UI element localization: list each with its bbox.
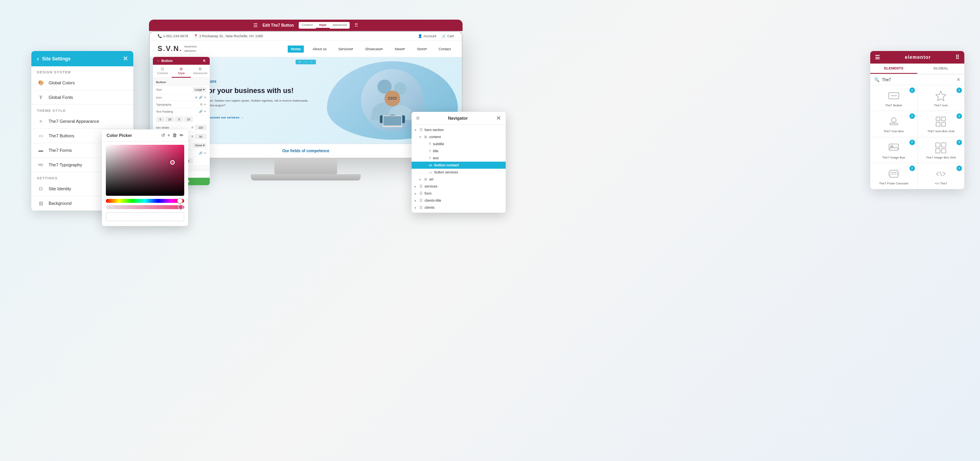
nav-services[interactable]: Services xyxy=(335,46,357,53)
link-padding-icon[interactable]: 🔗 xyxy=(199,110,203,113)
trash-icon[interactable]: ✕ xyxy=(204,96,207,99)
code-icon xyxy=(934,168,948,180)
edit-padding-icon[interactable]: ✏ xyxy=(204,110,207,113)
nav-hero-section[interactable]: ☰ hero section xyxy=(412,126,506,133)
general-appearance-item[interactable]: ≡ The7 General Appearance xyxy=(31,114,133,129)
btn-tab-style[interactable]: ⊘ Style xyxy=(172,65,191,78)
the7-icon-box-element[interactable]: 7 The7 Icon Box xyxy=(870,111,917,137)
cart-item[interactable]: 🛒 Cart xyxy=(442,34,454,38)
hero-edit-bar[interactable]: ✏ ↔ ⋮ xyxy=(296,60,316,64)
topbar-right: 👤 Account 🛒 Cart xyxy=(418,34,454,38)
general-appearance-label: The7 General Appearance xyxy=(49,119,99,124)
content-arrow xyxy=(419,135,424,139)
grid-icon[interactable]: ⠿ xyxy=(354,22,358,28)
elements-tab[interactable]: ELEMENTS xyxy=(870,64,917,74)
nav-showcase[interactable]: Showcase xyxy=(362,46,386,53)
account-item[interactable]: 👤 Account xyxy=(418,34,436,38)
tab-advanced[interactable]: Advanced xyxy=(330,22,350,29)
padding-right[interactable] xyxy=(165,117,174,122)
alpha-slider[interactable] xyxy=(106,205,184,209)
color-gradient[interactable] xyxy=(106,145,184,196)
tab-content[interactable]: Content xyxy=(299,22,316,29)
search-clear-icon[interactable]: ✕ xyxy=(956,77,960,82)
btn-section-title: Button xyxy=(153,78,210,86)
panel-close-button[interactable]: ✕ xyxy=(123,55,128,62)
right-panel-grid-icon[interactable]: ⠿ xyxy=(955,54,960,60)
the7-posts-carousel-element[interactable]: 7 The7 Posts Carousel xyxy=(870,163,917,189)
forms-label: The7 Forms xyxy=(49,148,72,153)
link-radius-icon[interactable]: 🔗 xyxy=(199,151,203,155)
the7-code-element[interactable]: 7 </> The7 xyxy=(918,163,965,189)
tab-style[interactable]: Style xyxy=(316,22,330,29)
panel-back-button[interactable]: ‹ xyxy=(37,55,39,62)
toolbar-tabs: Content Style Advanced xyxy=(299,22,350,29)
nav-services-section[interactable]: ☰ services xyxy=(412,183,506,190)
nav-art[interactable]: ⊞ art xyxy=(412,176,506,183)
global-tab[interactable]: GLOBAL xyxy=(917,64,964,74)
nav-clients[interactable]: ☰ clients xyxy=(412,204,506,211)
media-icon[interactable]: ⊕ xyxy=(195,96,198,99)
delete-icon[interactable]: 🗑 xyxy=(172,133,177,138)
icon-label: Icon xyxy=(156,96,162,99)
image-box-label: The7 Image Box xyxy=(882,156,905,160)
nav-text[interactable]: T text xyxy=(412,155,506,162)
padding-controls: 🔗 ✏ xyxy=(199,110,207,113)
padding-top[interactable] xyxy=(156,117,165,122)
site-logo[interactable]: S.V.N. businessadvisors xyxy=(158,45,197,53)
link-icon[interactable]: 🔗 xyxy=(199,96,203,99)
nav-panel-header: ⊡ Navigator ✕ xyxy=(412,112,506,125)
padding-bottom[interactable] xyxy=(175,117,183,122)
hex-input[interactable]: #EC407A xyxy=(106,212,184,221)
nav-expand-icon[interactable]: ⊡ xyxy=(416,116,419,120)
global-fonts-item[interactable]: T Global Fonts xyxy=(31,90,133,105)
the7-image-box-grid-element[interactable]: 7 The7 Image Box Grid xyxy=(918,137,965,163)
hue-slider[interactable] xyxy=(106,199,184,203)
btn-tab-content[interactable]: ⊡ Content xyxy=(153,65,172,78)
form-nav-icon: ☰ xyxy=(419,191,423,195)
nav-clients-title[interactable]: ☰ clients-title xyxy=(412,197,506,204)
nav-subtitle[interactable]: T subtitle xyxy=(412,140,506,148)
color-picker-actions: ↺ + 🗑 ✏ xyxy=(161,133,183,138)
the7-icon-element[interactable]: 7 The7 Icon xyxy=(918,85,965,111)
nav-store[interactable]: Store xyxy=(414,46,430,53)
elementor-brand: elementor xyxy=(905,55,931,60)
add-icon[interactable]: + xyxy=(167,133,170,138)
the7-image-box-element[interactable]: 7 The7 Image Box xyxy=(870,137,917,163)
location-icon: 📍 xyxy=(194,34,198,38)
edit-radius-icon[interactable]: ✏ xyxy=(204,151,207,155)
nav-news[interactable]: News xyxy=(392,46,408,53)
min-height-controls: ⊞ xyxy=(191,134,207,139)
eyedropper-icon[interactable]: ✏ xyxy=(180,133,183,138)
min-height-input[interactable] xyxy=(195,134,207,139)
btn-panel-close[interactable]: ✕ xyxy=(203,59,206,63)
nav-contact[interactable]: Contact xyxy=(436,46,454,53)
size-value[interactable]: Large ▾ xyxy=(193,87,207,92)
nav-content[interactable]: ⊞ content xyxy=(412,133,506,140)
typography-edit-icon[interactable]: ✏ xyxy=(204,103,207,106)
hamburger-icon[interactable]: ☰ xyxy=(253,22,258,28)
min-width-input[interactable] xyxy=(195,125,207,130)
nav-button-contact[interactable]: ▭ button contact xyxy=(412,162,506,169)
border-type-value[interactable]: None ▾ xyxy=(193,143,207,148)
search-input[interactable] xyxy=(882,78,954,82)
btn-tab-advanced[interactable]: ⚙ Advanced xyxy=(191,65,210,78)
navigator-close-button[interactable]: ✕ xyxy=(496,115,501,121)
services-link[interactable]: Discover our services → xyxy=(207,116,243,119)
nav-about[interactable]: About us xyxy=(309,46,330,53)
subtitle-label: subtitle xyxy=(433,142,445,146)
global-colors-item[interactable]: 🎨 Global Colors xyxy=(31,76,133,90)
image-box-grid-icon xyxy=(934,142,948,154)
nav-title[interactable]: T title xyxy=(412,148,506,155)
nav-form[interactable]: ☰ form xyxy=(412,190,506,197)
color-picker-panel: Color Picker ↺ + 🗑 ✏ #EC407A xyxy=(102,129,188,226)
undo-icon[interactable]: ↺ xyxy=(161,133,165,138)
typography-settings-icon[interactable]: ⚙ xyxy=(200,103,203,106)
container-icon: ⊞ xyxy=(424,135,427,139)
svg-rect-13 xyxy=(890,123,898,125)
nav-button-services[interactable]: ▭ button services xyxy=(412,169,506,176)
the7-icon-box-grid-element[interactable]: 7 The7 Icon Box Grid xyxy=(918,111,965,137)
right-panel-menu-icon[interactable]: ☰ xyxy=(875,54,880,60)
nav-home[interactable]: Home xyxy=(288,46,304,53)
padding-left[interactable] xyxy=(184,117,193,122)
the7-button-element[interactable]: 7 The7 Button xyxy=(870,85,917,111)
